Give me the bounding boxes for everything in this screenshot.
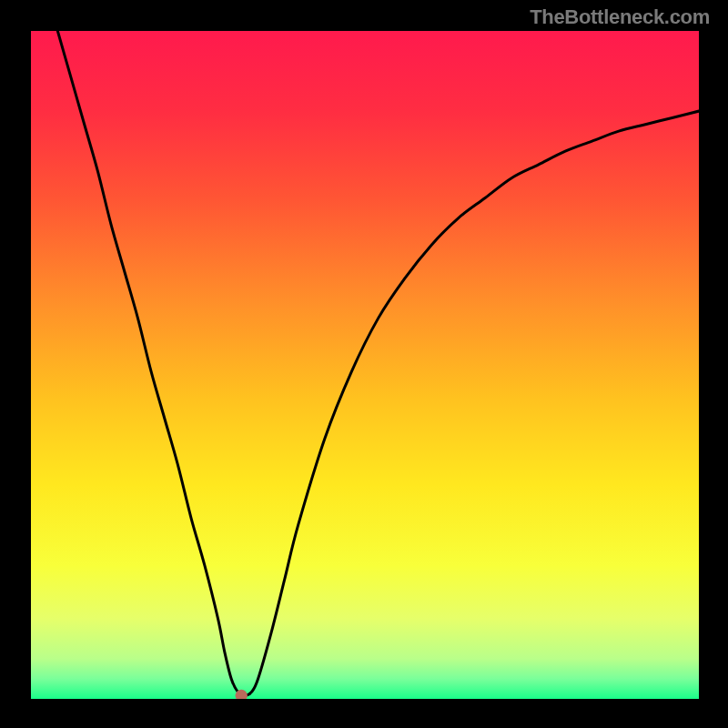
bottleneck-curve [57, 31, 699, 695]
plot-area [31, 31, 699, 699]
curve-layer [31, 31, 699, 699]
watermark-text: TheBottleneck.com [530, 5, 710, 29]
chart-container: TheBottleneck.com [0, 0, 728, 728]
